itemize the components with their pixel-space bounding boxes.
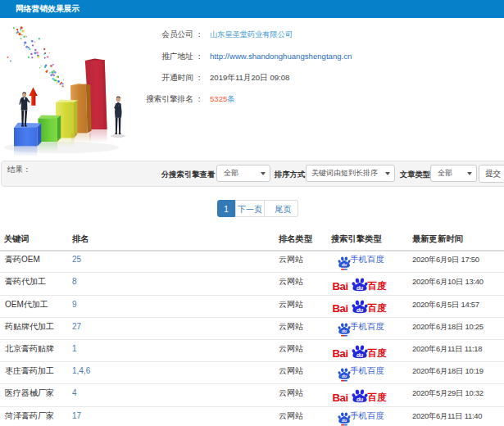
svg-text:du: du xyxy=(342,329,347,334)
svg-text:du: du xyxy=(356,307,364,313)
svg-text:du: du xyxy=(356,396,364,401)
svg-text:百度: 百度 xyxy=(367,392,388,402)
svg-text:du: du xyxy=(342,374,347,378)
svg-text:du: du xyxy=(356,284,364,290)
svg-text:Bai: Bai xyxy=(333,279,348,291)
svg-text:du: du xyxy=(342,262,347,267)
svg-text:Bai: Bai xyxy=(333,347,348,358)
svg-text:du: du xyxy=(342,418,347,423)
svg-text:百度: 百度 xyxy=(367,347,388,358)
svg-text:百度: 百度 xyxy=(367,280,388,291)
svg-text:Bai: Bai xyxy=(333,302,348,314)
svg-text:du: du xyxy=(356,351,364,357)
svg-text:Bai: Bai xyxy=(333,391,348,402)
svg-text:百度: 百度 xyxy=(367,302,388,313)
